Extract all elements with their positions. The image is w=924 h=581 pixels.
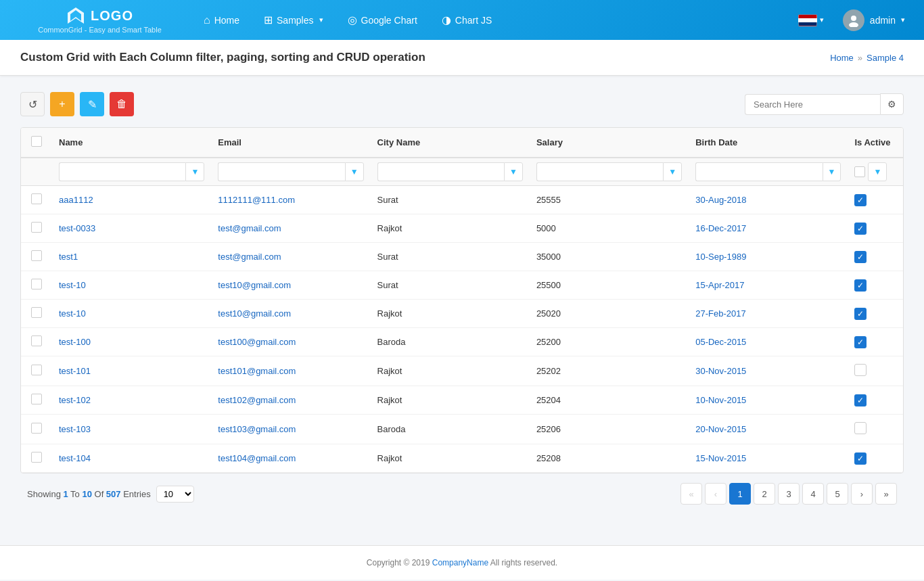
col-header-email[interactable]: Email (211, 128, 370, 158)
last-page-button[interactable]: » (875, 483, 897, 505)
row-name[interactable]: test-102 (52, 386, 211, 415)
filter-email-input[interactable] (218, 162, 344, 181)
row-birthdate: 30-Nov-2015 (689, 356, 848, 386)
per-page-select[interactable]: 10 25 50 100 (156, 486, 194, 503)
active-checked-icon[interactable]: ✓ (854, 279, 867, 292)
breadcrumb-home[interactable]: Home (830, 53, 854, 63)
row-email[interactable]: test103@gmail.com (211, 415, 370, 444)
active-checked-icon[interactable]: ✓ (854, 223, 867, 235)
active-checked-icon[interactable]: ✓ (854, 394, 867, 406)
filter-birthdate-button[interactable]: ▼ (823, 162, 841, 181)
settings-button[interactable]: ⚙ (880, 93, 904, 115)
language-selector[interactable]: ▾ (793, 11, 829, 29)
row-email[interactable]: 1112111@111.com (211, 186, 370, 214)
nav-google-chart[interactable]: ◎ Google Chart (337, 8, 428, 32)
row-checkbox[interactable] (31, 335, 42, 346)
nav-samples[interactable]: ⊞ Samples ▾ (253, 8, 333, 32)
edit-button[interactable]: ✎ (80, 92, 104, 116)
page-2-button[interactable]: 2 (754, 483, 775, 505)
nav-chart-js[interactable]: ◑ Chart JS (431, 8, 503, 32)
row-isactive: ✓ (848, 386, 903, 415)
select-all-checkbox[interactable] (31, 136, 42, 147)
row-checkbox[interactable] (31, 394, 42, 404)
filter-icon: ▼ (668, 167, 676, 177)
filter-name-input[interactable] (59, 162, 185, 181)
row-checkbox[interactable] (31, 423, 42, 434)
row-email[interactable]: test10@gmail.com (211, 300, 370, 328)
active-checked-icon[interactable]: ✓ (854, 336, 867, 348)
filter-active-button[interactable]: ▼ (868, 162, 887, 181)
row-city: Rajkot (371, 444, 530, 473)
row-email[interactable]: test102@gmail.com (211, 386, 370, 415)
row-name[interactable]: test1 (52, 243, 211, 271)
row-isactive (848, 356, 903, 386)
nav-google-chart-label: Google Chart (361, 15, 417, 26)
filter-email-button[interactable]: ▼ (345, 162, 364, 181)
row-salary: 25500 (530, 271, 689, 300)
row-isactive: ✓ (848, 300, 903, 328)
row-checkbox-cell (21, 300, 52, 328)
row-email[interactable]: test@gmail.com (211, 243, 370, 271)
prev-page-button[interactable]: ‹ (705, 483, 726, 505)
col-header-isactive[interactable]: Is Active (848, 128, 903, 158)
filter-salary-input[interactable] (536, 162, 663, 181)
active-checked-icon[interactable]: ✓ (854, 452, 867, 465)
col-header-birthdate[interactable]: Birth Date (689, 128, 848, 158)
row-email[interactable]: test104@gmail.com (211, 444, 370, 473)
filter-city-input[interactable] (377, 162, 504, 181)
row-checkbox[interactable] (31, 222, 42, 233)
active-unchecked-icon[interactable] (854, 422, 867, 434)
filter-name-button[interactable]: ▼ (185, 162, 204, 181)
row-salary: 5000 (530, 214, 689, 243)
page-1-button[interactable]: 1 (729, 483, 751, 505)
row-name[interactable]: test-10 (52, 300, 211, 328)
admin-label: admin (870, 15, 896, 26)
filter-salary-button[interactable]: ▼ (663, 162, 682, 181)
first-page-button[interactable]: « (680, 483, 702, 505)
search-input[interactable] (745, 94, 880, 115)
filter-active-checkbox[interactable] (854, 166, 865, 177)
col-header-name[interactable]: Name (52, 128, 211, 158)
row-checkbox[interactable] (31, 250, 42, 261)
col-header-city[interactable]: City Name (371, 128, 530, 158)
user-menu[interactable]: admin ▾ (837, 7, 910, 34)
refresh-button[interactable]: ↺ (20, 92, 45, 116)
filter-cell-city: ▼ (371, 158, 530, 186)
row-checkbox[interactable] (31, 365, 42, 375)
row-name[interactable]: test-100 (52, 328, 211, 356)
footer-company-link[interactable]: CompanyName (432, 558, 490, 567)
delete-button[interactable]: 🗑 (110, 92, 134, 116)
nav-home[interactable]: ⌂ Home (193, 9, 250, 32)
row-checkbox[interactable] (31, 307, 42, 318)
active-checked-icon[interactable]: ✓ (854, 194, 867, 206)
row-isactive: ✓ (848, 186, 903, 214)
page-4-button[interactable]: 4 (802, 483, 824, 505)
row-name[interactable]: test-10 (52, 271, 211, 300)
filter-city-button[interactable]: ▼ (504, 162, 523, 181)
row-name[interactable]: test-104 (52, 444, 211, 473)
row-checkbox[interactable] (31, 279, 42, 289)
row-birthdate: 16-Dec-2017 (689, 214, 848, 243)
active-unchecked-icon[interactable] (854, 364, 867, 376)
table-row: test-101 test101@gmail.com Rajkot 25202 … (21, 356, 903, 386)
active-checked-icon[interactable]: ✓ (854, 308, 867, 320)
row-name[interactable]: test-103 (52, 415, 211, 444)
row-checkbox[interactable] (31, 452, 42, 463)
row-email[interactable]: test101@gmail.com (211, 356, 370, 386)
filter-birthdate-input[interactable] (695, 162, 822, 181)
row-email[interactable]: test@gmail.com (211, 214, 370, 243)
col-header-salary[interactable]: Salary (530, 128, 689, 158)
active-checked-icon[interactable]: ✓ (854, 251, 867, 263)
row-email[interactable]: test100@gmail.com (211, 328, 370, 356)
row-name[interactable]: test-101 (52, 356, 211, 386)
row-salary: 35000 (530, 243, 689, 271)
page-5-button[interactable]: 5 (827, 483, 848, 505)
next-page-button[interactable]: › (851, 483, 873, 505)
row-name[interactable]: test-0033 (52, 214, 211, 243)
row-email[interactable]: test10@gmail.com (211, 271, 370, 300)
row-checkbox[interactable] (31, 193, 42, 204)
page-3-button[interactable]: 3 (778, 483, 800, 505)
row-name[interactable]: aaa1112 (52, 186, 211, 214)
add-button[interactable]: + (50, 92, 74, 116)
filter-cell-checkbox (21, 158, 52, 186)
